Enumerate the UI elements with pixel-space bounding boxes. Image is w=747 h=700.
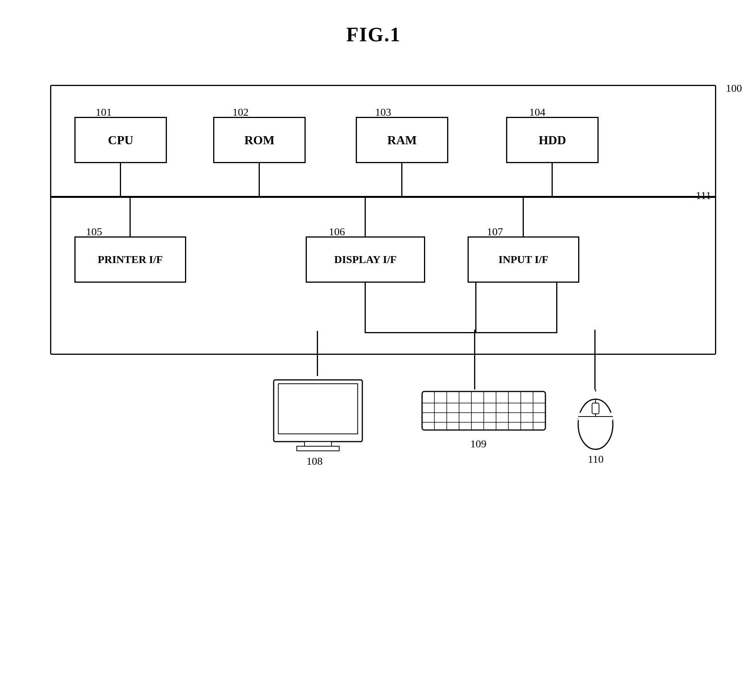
svg-rect-2 bbox=[305, 442, 331, 446]
input-mouse-connector bbox=[556, 283, 557, 333]
keyboard-up-connector bbox=[474, 330, 475, 390]
ram-connector bbox=[401, 163, 402, 196]
ref-106-label: 106 bbox=[329, 226, 345, 238]
svg-rect-1 bbox=[278, 384, 358, 434]
ref-101-label: 101 bbox=[96, 106, 112, 118]
hdd-box: HDD bbox=[506, 117, 599, 163]
monitor-svg bbox=[270, 376, 366, 453]
keyboard-svg bbox=[420, 390, 547, 436]
rom-box: ROM bbox=[213, 117, 306, 163]
cpu-box: CPU bbox=[74, 117, 167, 163]
ref-102-label: 102 bbox=[232, 106, 249, 118]
ref-111-label: 111 bbox=[696, 189, 711, 202]
monitor-up-connector bbox=[317, 331, 318, 376]
page-title: FIG.1 bbox=[0, 0, 747, 46]
input-keyboard-connector bbox=[475, 283, 476, 333]
ref-109-label: 109 bbox=[470, 438, 486, 450]
bus-line bbox=[51, 196, 715, 198]
ref-104-label: 104 bbox=[529, 106, 545, 118]
input-if-box: INPUT I/F bbox=[468, 236, 579, 283]
display-down-connector bbox=[365, 283, 366, 333]
diagram-container: 100 111 CPU 101 ROM 102 RAM 103 HDD 104 bbox=[50, 85, 716, 631]
display-if-box: DISPLAY I/F bbox=[306, 236, 425, 283]
bottom-h-connector bbox=[365, 332, 557, 333]
ref-100-label: 100 bbox=[726, 82, 742, 94]
mouse-up-connector bbox=[594, 330, 596, 390]
ref-107-label: 107 bbox=[487, 226, 503, 238]
printer-if-connector bbox=[130, 198, 131, 236]
printer-if-box: PRINTER I/F bbox=[74, 236, 186, 283]
ref-108-label: 108 bbox=[306, 455, 323, 467]
svg-rect-21 bbox=[592, 403, 599, 414]
ref-103-label: 103 bbox=[375, 106, 391, 118]
display-if-connector bbox=[365, 198, 366, 236]
mouse-device: 110 bbox=[574, 390, 617, 453]
input-if-connector bbox=[523, 198, 524, 236]
system-box: 100 111 CPU 101 ROM 102 RAM 103 HDD 104 bbox=[50, 85, 716, 355]
cpu-connector bbox=[120, 163, 121, 196]
mouse-svg bbox=[574, 390, 617, 451]
rom-connector bbox=[259, 163, 260, 196]
ref-105-label: 105 bbox=[86, 226, 102, 238]
svg-rect-3 bbox=[297, 446, 339, 451]
monitor-device: 108 bbox=[270, 376, 366, 455]
ref-110-label: 110 bbox=[588, 453, 604, 466]
keyboard-device: 109 bbox=[420, 390, 547, 437]
hdd-connector bbox=[552, 163, 553, 196]
ram-box: RAM bbox=[356, 117, 448, 163]
